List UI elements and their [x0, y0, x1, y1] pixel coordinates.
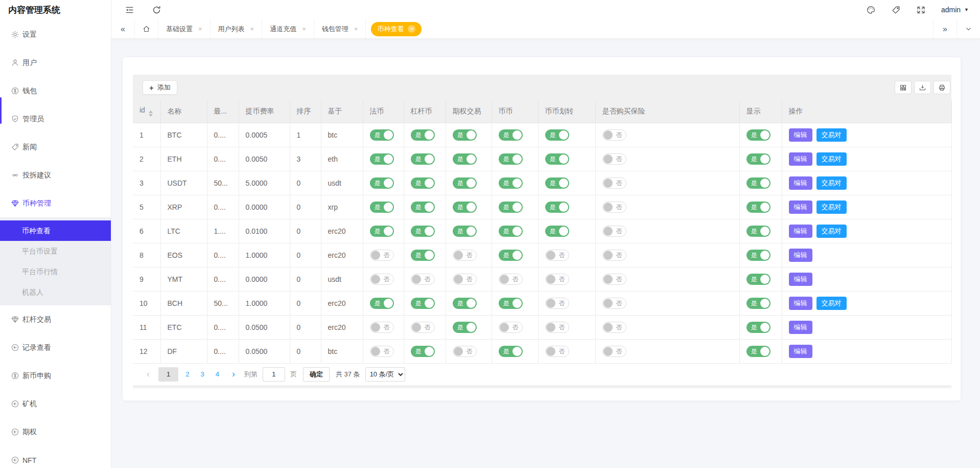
toggle-show[interactable]: 是: [746, 226, 771, 237]
toggle-coin[interactable]: 是: [499, 250, 523, 261]
fullscreen-icon[interactable]: [916, 5, 926, 15]
edit-button[interactable]: 编辑: [789, 297, 812, 310]
pair-button[interactable]: 交易对: [816, 297, 847, 310]
toggle-show[interactable]: 是: [746, 298, 771, 309]
sidebar-item-leverage-trade[interactable]: 杠杆交易: [0, 305, 111, 333]
toggle-coin[interactable]: 是: [499, 298, 523, 309]
refresh-icon[interactable]: [152, 5, 161, 15]
export-icon[interactable]: [914, 81, 931, 94]
toggle-leverage[interactable]: 是: [411, 250, 435, 261]
toggle-fiat[interactable]: 是: [370, 226, 394, 237]
confirm-button[interactable]: 确定: [303, 367, 330, 382]
edit-button[interactable]: 编辑: [789, 176, 812, 190]
toggle-transfer[interactable]: 是: [545, 226, 569, 237]
edit-button[interactable]: 编辑: [789, 321, 812, 334]
page-button-3[interactable]: 3: [196, 367, 208, 382]
sidebar-subitem-platform-coin-market[interactable]: 平台币行情: [0, 261, 111, 282]
edit-button[interactable]: 编辑: [789, 200, 812, 214]
next-page-icon[interactable]: ›: [227, 367, 240, 382]
toggle-option[interactable]: 是: [453, 298, 477, 309]
edit-button[interactable]: 编辑: [789, 225, 812, 238]
page-size-select[interactable]: 10 条/页: [365, 367, 405, 382]
edit-button[interactable]: 编辑: [789, 128, 812, 142]
toggle-transfer[interactable]: 是: [545, 202, 569, 213]
toggle-transfer[interactable]: 否: [545, 346, 569, 357]
toggle-insurance[interactable]: 否: [602, 250, 626, 261]
tab-close-icon[interactable]: ×: [354, 26, 358, 32]
sidebar-item-option[interactable]: 期权: [0, 418, 111, 446]
filter-columns-icon[interactable]: [895, 81, 912, 94]
toggle-insurance[interactable]: 否: [602, 202, 626, 213]
sidebar-item-miner[interactable]: 矿机: [0, 390, 111, 418]
toggle-transfer[interactable]: 是: [545, 129, 569, 141]
prev-page-icon[interactable]: ‹: [142, 367, 155, 382]
toggle-coin[interactable]: 是: [499, 346, 523, 357]
toggle-coin[interactable]: 否: [499, 274, 523, 285]
toggle-insurance[interactable]: 否: [602, 177, 626, 189]
sidebar-item-news[interactable]: 新闻: [0, 133, 111, 161]
toggle-fiat[interactable]: 是: [370, 202, 394, 213]
toggle-option[interactable]: 是: [453, 177, 477, 189]
sidebar-item-admin[interactable]: 管理员: [0, 105, 111, 133]
toggle-fiat[interactable]: 是: [370, 129, 394, 141]
toggle-transfer[interactable]: 否: [545, 274, 569, 285]
toggle-insurance[interactable]: 否: [602, 346, 626, 357]
toggle-insurance[interactable]: 否: [602, 129, 626, 141]
sidebar-item-users[interactable]: 用户: [0, 49, 111, 77]
sidebar-item-feedback[interactable]: 投拆建议: [0, 161, 111, 189]
toggle-insurance[interactable]: 否: [602, 226, 626, 237]
toggle-insurance[interactable]: 否: [602, 322, 626, 333]
sidebar-item-new-coin-subscribe[interactable]: 新币申购: [0, 362, 111, 390]
toggle-fiat[interactable]: 否: [370, 274, 394, 285]
tab-user-list[interactable]: 用户列表×: [211, 19, 263, 38]
toggle-coin[interactable]: 是: [499, 177, 523, 189]
toggle-show[interactable]: 是: [746, 322, 771, 333]
page-button-2[interactable]: 2: [181, 367, 193, 382]
tabs-back-icon[interactable]: «: [111, 19, 135, 38]
toggle-show[interactable]: 是: [746, 129, 771, 141]
tabs-dropdown-icon[interactable]: [956, 19, 980, 38]
tab-close-icon[interactable]: ×: [198, 26, 202, 32]
toggle-option[interactable]: 否: [453, 274, 477, 285]
collapse-sidebar-icon[interactable]: [125, 5, 134, 15]
tab-wallet-manage[interactable]: 钱包管理×: [314, 19, 366, 38]
add-button[interactable]: + 添加: [143, 80, 177, 95]
edit-button[interactable]: 编辑: [789, 273, 812, 286]
toggle-leverage[interactable]: 否: [411, 322, 435, 333]
page-button-1[interactable]: 1: [158, 367, 178, 382]
toggle-leverage[interactable]: 否: [411, 274, 435, 285]
sidebar-subitem-coin-view[interactable]: 币种查看: [0, 220, 111, 241]
toggle-option[interactable]: 是: [453, 322, 477, 333]
tab-basic-settings[interactable]: 基础设置×: [158, 19, 211, 38]
toggle-show[interactable]: 是: [746, 274, 771, 285]
user-menu[interactable]: admin ▼: [941, 6, 969, 14]
sidebar-item-nft[interactable]: NFT: [0, 446, 111, 468]
toggle-leverage[interactable]: 是: [411, 202, 435, 213]
toggle-fiat[interactable]: 是: [370, 177, 394, 189]
page-button-4[interactable]: 4: [212, 367, 223, 382]
sidebar-item-settings[interactable]: 设置: [0, 20, 111, 49]
print-icon[interactable]: [934, 81, 950, 94]
tab-coin-view[interactable]: 币种查看×: [371, 22, 422, 36]
sidebar-scrollbar[interactable]: [0, 97, 2, 124]
edit-button[interactable]: 编辑: [789, 249, 812, 262]
pair-button[interactable]: 交易对: [816, 176, 847, 190]
toggle-leverage[interactable]: 是: [411, 226, 435, 237]
pair-button[interactable]: 交易对: [816, 225, 847, 238]
toggle-leverage[interactable]: 是: [411, 177, 435, 189]
toggle-show[interactable]: 是: [746, 250, 771, 261]
toggle-show[interactable]: 是: [746, 346, 771, 357]
toggle-option[interactable]: 是: [453, 153, 477, 165]
toggle-fiat[interactable]: 否: [370, 250, 394, 261]
toggle-transfer[interactable]: 否: [545, 298, 569, 309]
toggle-coin[interactable]: 是: [499, 226, 523, 237]
toggle-option[interactable]: 否: [453, 346, 477, 357]
toggle-insurance[interactable]: 否: [602, 153, 626, 165]
toggle-fiat[interactable]: 否: [370, 322, 394, 333]
tab-close-icon[interactable]: ×: [250, 26, 254, 32]
toggle-insurance[interactable]: 否: [602, 274, 626, 285]
sidebar-subitem-robot[interactable]: 机器人: [0, 282, 111, 302]
toggle-option[interactable]: 是: [453, 202, 477, 213]
toggle-fiat[interactable]: 是: [370, 153, 394, 165]
toggle-leverage[interactable]: 是: [411, 298, 435, 309]
